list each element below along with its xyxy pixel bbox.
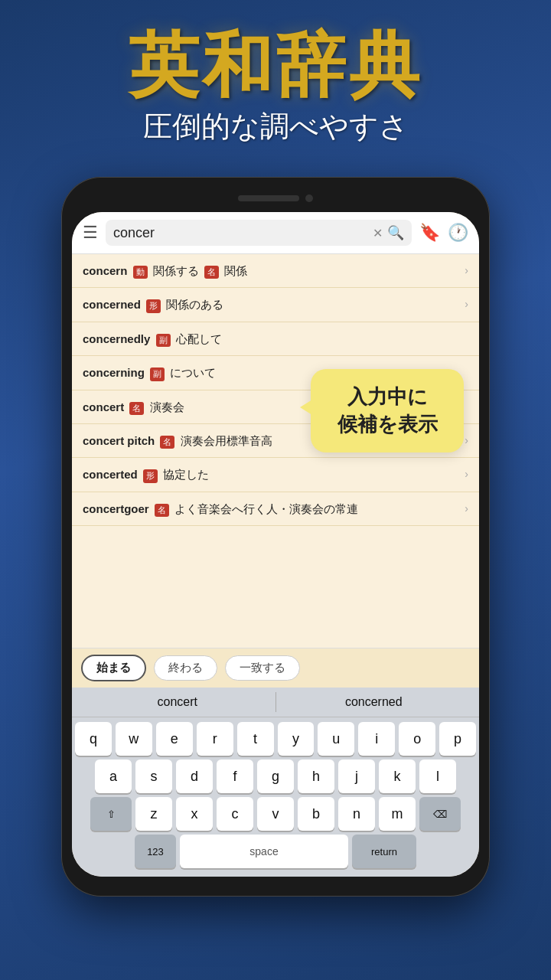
key-m[interactable]: m: [379, 797, 416, 831]
keyboard-row-3: ⇧ z x c v b n m ⌫: [75, 797, 476, 831]
chevron-right-icon: ›: [465, 298, 468, 310]
keyboard-row-4: 123 space return: [75, 835, 476, 868]
key-p[interactable]: p: [439, 722, 476, 756]
dict-content: concertgoer 名 よく音楽会へ行く人・演奏会の常連: [83, 501, 461, 517]
history-icon[interactable]: 🕐: [448, 223, 468, 243]
key-b[interactable]: b: [298, 797, 334, 831]
keyboard: q w e r t y u i o p a s d f g h: [72, 717, 479, 877]
tooltip-line2: 候補を表示: [329, 410, 445, 438]
app-subtitle: 圧倒的な調べやすさ: [15, 107, 536, 146]
dict-badge-noun: 名: [204, 266, 219, 279]
key-v[interactable]: v: [257, 797, 294, 831]
chevron-right-icon: ›: [465, 264, 468, 276]
bookmark-icon[interactable]: 🔖: [419, 223, 440, 243]
filter-tabs: 始まる 終わる 一致する: [72, 648, 479, 688]
dict-entry-concern[interactable]: concern 動 関係する 名 関係 ›: [72, 254, 479, 288]
app-title: 英和辞典: [15, 31, 536, 101]
dict-def: 演奏会用標準音高: [181, 434, 272, 447]
key-f[interactable]: f: [217, 760, 253, 793]
keyboard-row-2: a s d f g h j k l: [75, 760, 476, 793]
key-d[interactable]: d: [176, 760, 213, 793]
key-space[interactable]: space: [180, 835, 348, 868]
dict-content: concernedly 副 心配して: [83, 331, 468, 347]
search-bar: ☰ concer ✕ 🔍 🔖 🕐: [72, 212, 479, 254]
dict-def: よく音楽会へ行く人・演奏会の常連: [174, 502, 358, 515]
key-u[interactable]: u: [318, 722, 354, 756]
key-shift[interactable]: ⇧: [90, 797, 132, 831]
dict-def: 関係のある: [166, 298, 223, 311]
dict-def1: 関係する: [153, 264, 199, 277]
search-input[interactable]: concer: [113, 225, 368, 241]
menu-icon[interactable]: ☰: [83, 223, 98, 243]
key-r[interactable]: r: [197, 722, 233, 756]
key-x[interactable]: x: [176, 797, 213, 831]
dict-badge-noun: 名: [160, 436, 174, 449]
dict-word: concert: [83, 400, 124, 413]
key-c[interactable]: c: [217, 797, 253, 831]
chevron-right-icon: ›: [465, 468, 468, 480]
phone-camera: [305, 194, 313, 202]
dict-def: 演奏会: [150, 400, 184, 413]
dict-word: concertgoer: [83, 502, 149, 515]
key-o[interactable]: o: [399, 722, 435, 756]
key-h[interactable]: h: [298, 760, 334, 793]
key-g[interactable]: g: [257, 760, 294, 793]
dict-word: concert pitch: [83, 434, 155, 447]
phone-speaker: [238, 195, 299, 201]
phone-frame: ☰ concer ✕ 🔍 🔖 🕐 concern 動 関係する 名: [61, 177, 490, 897]
dictionary-list: concern 動 関係する 名 関係 › concerned 形 関係のある …: [72, 254, 479, 648]
dict-badge-adj: 形: [143, 469, 158, 482]
search-icon[interactable]: 🔍: [387, 224, 404, 241]
key-e[interactable]: e: [156, 722, 193, 756]
dict-def: 協定した: [163, 468, 209, 481]
dict-entry-concernedly[interactable]: concernedly 副 心配して: [72, 322, 479, 356]
dict-def2: 関係: [224, 264, 247, 277]
dict-entry-concerned[interactable]: concerned 形 関係のある ›: [72, 288, 479, 322]
key-n[interactable]: n: [338, 797, 375, 831]
dict-badge-adv: 副: [156, 334, 171, 347]
chevron-right-icon: ›: [465, 434, 468, 446]
search-input-wrap[interactable]: concer ✕ 🔍: [106, 220, 412, 246]
key-i[interactable]: i: [358, 722, 395, 756]
dict-word: concerned: [83, 298, 141, 311]
key-return[interactable]: return: [352, 835, 416, 868]
key-y[interactable]: y: [278, 722, 315, 756]
dict-word: concernedly: [83, 332, 150, 345]
filter-tab-exact[interactable]: 一致する: [225, 655, 300, 681]
dict-def: 心配して: [176, 332, 222, 345]
suggestion-concerned[interactable]: concerned: [276, 692, 472, 712]
dict-badge-noun: 名: [129, 402, 144, 415]
suggestion-concert[interactable]: concert: [80, 692, 276, 712]
filter-tab-starts[interactable]: 始まる: [81, 655, 146, 681]
key-w[interactable]: w: [116, 722, 152, 756]
tooltip-bubble: 入力中に 候補を表示: [311, 369, 464, 452]
phone-notch: [72, 188, 479, 209]
clear-icon[interactable]: ✕: [373, 226, 383, 240]
filter-tab-ends[interactable]: 終わる: [154, 655, 217, 681]
dict-content: concern 動 関係する 名 関係: [83, 263, 461, 279]
key-j[interactable]: j: [338, 760, 375, 793]
key-k[interactable]: k: [379, 760, 416, 793]
dict-word: concern: [83, 264, 127, 277]
dict-def: について: [170, 366, 216, 379]
key-t[interactable]: t: [237, 722, 274, 756]
key-a[interactable]: a: [95, 760, 132, 793]
dict-entry-concerted[interactable]: concerted 形 協定した ›: [72, 458, 479, 492]
phone-mockup: ☰ concer ✕ 🔍 🔖 🕐 concern 動 関係する 名: [0, 177, 551, 897]
dict-badge-noun: 名: [155, 504, 169, 517]
key-l[interactable]: l: [419, 760, 456, 793]
dict-badge-verb: 動: [133, 266, 148, 279]
key-backspace[interactable]: ⌫: [419, 797, 461, 831]
key-123[interactable]: 123: [135, 835, 176, 868]
dict-content: concerned 形 関係のある: [83, 296, 461, 312]
key-q[interactable]: q: [75, 722, 112, 756]
keyboard-row-1: q w e r t y u i o p: [75, 722, 476, 756]
tooltip-line1: 入力中に: [329, 383, 445, 410]
dict-entry-concertgoer[interactable]: concertgoer 名 よく音楽会へ行く人・演奏会の常連 ›: [72, 492, 479, 526]
phone-screen: ☰ concer ✕ 🔍 🔖 🕐 concern 動 関係する 名: [72, 212, 479, 877]
key-z[interactable]: z: [135, 797, 172, 831]
dict-content: concerted 形 協定した: [83, 466, 461, 482]
dict-badge-adj: 形: [146, 299, 161, 312]
chevron-right-icon: ›: [465, 502, 468, 514]
key-s[interactable]: s: [135, 760, 172, 793]
